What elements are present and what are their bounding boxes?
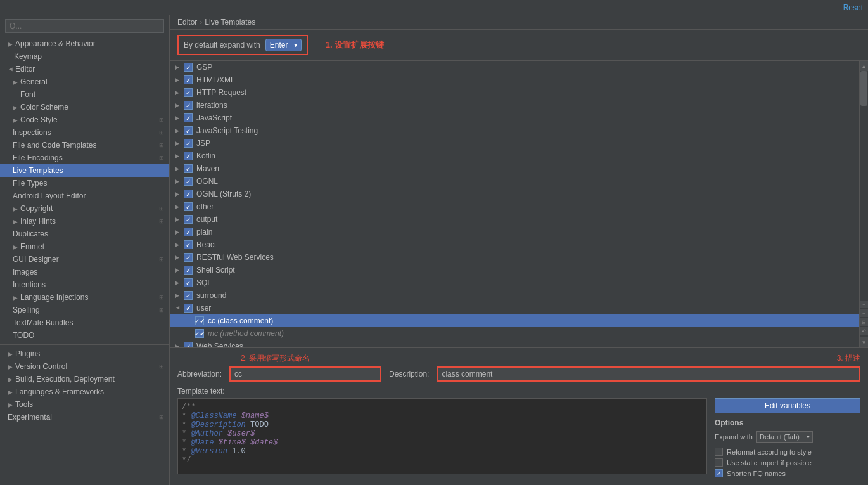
group-user[interactable]: ▼ user (170, 302, 859, 314)
scrollbar-thumb[interactable] (860, 71, 867, 106)
group-ognl--struts---[interactable]: ▶ ✓ OGNL (Struts 2) (170, 188, 859, 200)
sidebar-item-images[interactable]: Images (0, 266, 169, 278)
sidebar-item-general[interactable]: ▶ General (0, 75, 169, 88)
sidebar-item-font[interactable]: Font (0, 88, 169, 101)
sidebar-item-file-types[interactable]: File Types (0, 177, 169, 190)
sidebar-item-code-style[interactable]: ▶ Code Style ⊞ (0, 113, 169, 126)
search-input[interactable] (5, 19, 164, 33)
edit-variables-button[interactable]: Edit variables (715, 398, 860, 413)
group-html-xml[interactable]: ▶ ✓ HTML/XML (170, 74, 859, 86)
abbreviation-input[interactable] (229, 366, 381, 382)
checkbox[interactable]: ✓ (184, 139, 193, 148)
group-maven[interactable]: ▶ ✓ Maven (170, 162, 859, 175)
sidebar-item-build-execution[interactable]: ▶ Build, Execution, Deployment (0, 373, 169, 385)
group-ognl[interactable]: ▶ ✓ OGNL (170, 175, 859, 188)
reset-button[interactable]: Reset (843, 3, 863, 12)
sidebar-item-label: Editor (15, 65, 35, 74)
expand-with-select[interactable]: Default (Tab) (756, 431, 813, 443)
checkbox[interactable]: ✓ (184, 253, 193, 262)
checkbox[interactable]: ✓ (184, 215, 193, 224)
group-iterations[interactable]: ▶ ✓ iterations (170, 99, 859, 112)
copy-button[interactable]: ⊞ (860, 318, 868, 326)
sidebar-item-android-layout-editor[interactable]: Android Layout Editor (0, 190, 169, 202)
checkbox-reformat[interactable] (715, 448, 723, 456)
checkbox[interactable]: ✓ (184, 278, 193, 287)
group-jsp[interactable]: ▶ ✓ JSP (170, 137, 859, 150)
sidebar-item-inspections[interactable]: Inspections ⊞ (0, 126, 169, 139)
sidebar-item-duplicates[interactable]: Duplicates (0, 228, 169, 240)
checkbox[interactable]: ✓ (184, 342, 193, 347)
description-input[interactable] (437, 366, 860, 382)
checkbox[interactable]: ✓ (184, 177, 193, 186)
undo-button[interactable]: ↶ (860, 327, 868, 335)
group-sql[interactable]: ▶ ✓ SQL (170, 276, 859, 289)
checkbox-user[interactable] (184, 304, 193, 313)
sidebar-item-editor[interactable]: ▼ Editor (0, 63, 169, 75)
group-javascript[interactable]: ▶ ✓ JavaScript (170, 112, 859, 124)
checkbox-mc[interactable]: ✓ (195, 329, 204, 338)
scroll-up-button[interactable]: ▲ (860, 61, 868, 71)
sidebar-item-file-encodings[interactable]: File Encodings ⊞ (0, 152, 169, 164)
group-gsp[interactable]: ▶ ✓ GSP (170, 61, 859, 74)
group-plain[interactable]: ▶ ✓ plain (170, 226, 859, 238)
template-textarea[interactable]: /** * @ClassName $name$ * @Description T… (177, 398, 707, 474)
checkbox[interactable]: ✓ (184, 202, 193, 211)
template-row-mc[interactable]: ✓ mc (method comment) (170, 327, 859, 340)
sidebar-item-textmate-bundles[interactable]: TextMate Bundles (0, 316, 169, 329)
sidebar-item-live-templates[interactable]: Live Templates (0, 164, 169, 177)
group-restful-web-services[interactable]: ▶ ✓ RESTful Web Services (170, 251, 859, 264)
sidebar-item-plugins[interactable]: ▶ Plugins (0, 347, 169, 360)
checkbox[interactable]: ✓ (184, 152, 193, 160)
sidebar-item-language-injections[interactable]: ▶ Language Injections ⊞ (0, 291, 169, 304)
checkbox[interactable]: ✓ (184, 164, 193, 173)
sidebar-item-emmet[interactable]: ▶ Emmet (0, 240, 169, 253)
checkbox-static-import[interactable] (715, 458, 723, 467)
group-other[interactable]: ▶ ✓ other (170, 200, 859, 213)
sidebar-item-languages-frameworks[interactable]: ▶ Languages & Frameworks (0, 385, 169, 398)
sidebar-item-spelling[interactable]: Spelling ⊞ (0, 304, 169, 316)
checkbox[interactable]: ✓ (184, 190, 193, 198)
group-javascript-testing[interactable]: ▶ ✓ JavaScript Testing (170, 124, 859, 137)
remove-button[interactable]: − (860, 309, 868, 317)
template-row-cc[interactable]: ✓ cc (class comment) (170, 314, 859, 327)
checkbox[interactable]: ✓ (184, 75, 193, 84)
scroll-down-button[interactable]: ▼ (860, 337, 868, 347)
arrow-icon: ▶ (8, 41, 14, 48)
checkbox[interactable]: ✓ (184, 63, 193, 72)
group-surround[interactable]: ▶ ✓ surround (170, 289, 859, 302)
sidebar-item-gui-designer[interactable]: GUI Designer ⊞ (0, 253, 169, 266)
checkbox-cc[interactable]: ✓ (195, 316, 204, 325)
add-button[interactable]: + (860, 301, 868, 308)
sidebar-item-tools[interactable]: ▶ Tools (0, 398, 169, 411)
sidebar-item-file-code-templates[interactable]: File and Code Templates ⊞ (0, 139, 169, 152)
sidebar-item-keymap[interactable]: Keymap (0, 50, 169, 63)
checkbox[interactable]: ✓ (184, 228, 193, 236)
sidebar-item-appearance[interactable]: ▶ Appearance & Behavior (0, 37, 169, 50)
sidebar-item-experimental[interactable]: Experimental ⊞ (0, 411, 169, 424)
checkbox[interactable]: ✓ (184, 240, 193, 249)
options-panel: Edit variables Options Expand with Defau… (715, 398, 860, 480)
checkbox[interactable]: ✓ (184, 88, 193, 97)
sidebar-item-inlay-hints[interactable]: ▶ Inlay Hints ⊞ (0, 215, 169, 228)
group-kotlin[interactable]: ▶ ✓ Kotlin (170, 150, 859, 162)
template-text-area-wrapper: /** * @ClassName $name$ * @Description T… (177, 398, 860, 480)
sidebar-item-color-scheme[interactable]: ▶ Color Scheme (0, 101, 169, 113)
group-web-services[interactable]: ▶ ✓ Web Services (170, 340, 859, 347)
group-shell-script[interactable]: ▶ ✓ Shell Script (170, 264, 859, 276)
checkbox[interactable]: ✓ (184, 126, 193, 135)
checkbox[interactable]: ✓ (184, 291, 193, 300)
expand-select[interactable]: Enter (265, 39, 302, 51)
scrollbar[interactable]: ▲ + − ⊞ ↶ ▼ (859, 61, 868, 347)
breadcrumb: Editor › Live Templates (170, 15, 868, 30)
sidebar-item-version-control[interactable]: ▶ Version Control ⊞ (0, 360, 169, 373)
group-http-request[interactable]: ▶ ✓ HTTP Request (170, 86, 859, 99)
group-output[interactable]: ▶ ✓ output (170, 213, 859, 226)
sidebar-item-copyright[interactable]: ▶ Copyright ⊞ (0, 202, 169, 215)
checkbox[interactable]: ✓ (184, 101, 193, 110)
checkbox[interactable]: ✓ (184, 113, 193, 122)
sidebar-item-todo[interactable]: TODO (0, 329, 169, 342)
checkbox-shorten-fq[interactable]: ✓ (715, 469, 723, 477)
sidebar-item-intentions[interactable]: Intentions (0, 278, 169, 291)
group-react[interactable]: ▶ ✓ React (170, 238, 859, 251)
checkbox[interactable]: ✓ (184, 266, 193, 275)
